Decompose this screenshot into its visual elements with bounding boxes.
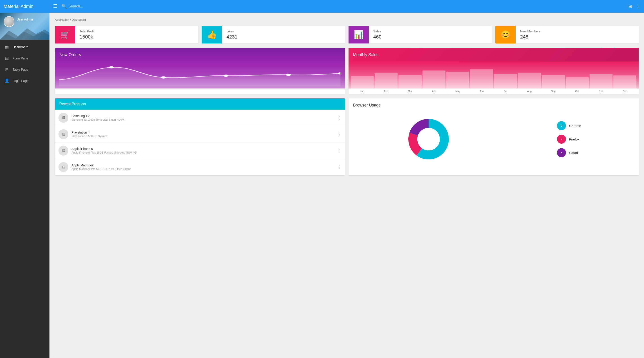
product-name: Apple MacBook	[72, 163, 337, 167]
browser-legend-icon: ∧	[557, 148, 566, 157]
product-icon: 🖥	[58, 162, 68, 172]
sidebar-item-dashboard[interactable]: ▦ DashBoard	[0, 41, 50, 53]
table-icon: ⊞	[4, 67, 9, 72]
stat-cards-grid: 🛒 Total Profit 1500k 👍 Likes 4231 📊 Sale…	[55, 26, 638, 44]
browser-name: Firefox	[569, 137, 580, 141]
product-desc: Samsung 32 1080p 60Hz LED Smart HDTV.	[72, 118, 337, 121]
svg-point-4	[224, 75, 228, 77]
monthly-bar-label: May	[446, 90, 469, 93]
browser-legend: ∨ Chrome › Firefox ∧ Safari	[557, 121, 581, 157]
product-more-icon[interactable]: ⋮	[337, 148, 341, 153]
form-icon: ▤	[4, 56, 9, 61]
menu-icon[interactable]: ☰	[53, 3, 58, 9]
product-name: Samsung TV	[72, 114, 337, 118]
sales-value: 460	[373, 34, 382, 40]
monthly-bar	[566, 77, 589, 88]
line-chart-svg	[59, 59, 340, 86]
product-info: Samsung TV Samsung 32 1080p 60Hz LED Sma…	[72, 114, 337, 121]
app-title: Material Admin	[4, 4, 53, 9]
browser-name: Chrome	[569, 124, 581, 128]
members-label: New Members	[520, 30, 540, 33]
likes-icon: 👍	[202, 26, 222, 44]
recent-products-header: Recent Products	[55, 98, 345, 110]
topbar: Material Admin ☰ 🔍 ⊞ ⋮	[0, 0, 644, 13]
monthly-bar-label: Jun	[470, 90, 493, 93]
profit-body: Total Profit 1500k	[75, 26, 99, 44]
monthly-bar-label: Sep	[542, 90, 564, 93]
svg-point-10	[417, 128, 440, 150]
list-item[interactable]: 🖥 Apple iPhone 6 Apple iPhone 6 Plus 16G…	[55, 142, 345, 159]
legend-item: ∧ Safari	[557, 148, 581, 157]
list-item[interactable]: 🖥 Playstation 4 PlayStation 3 500 GB Sys…	[55, 126, 345, 142]
monthly-sales-header: Monthly Sales	[348, 48, 638, 62]
members-body: New Members 248	[516, 26, 545, 44]
members-icon: 😊	[495, 26, 516, 44]
search-input[interactable]	[68, 4, 628, 8]
monthly-bar	[470, 69, 493, 88]
product-info: Playstation 4 PlayStation 3 500 GB Syste…	[72, 131, 337, 138]
product-icon: 🖥	[58, 129, 68, 139]
monthly-bar-wrap	[542, 75, 564, 88]
monthly-bar-wrap	[351, 76, 374, 88]
monthly-sales-card: Monthly Sales JanFebMarAprMayJunJulAugSe…	[348, 48, 638, 94]
profit-label: Total Profit	[80, 30, 94, 33]
list-item[interactable]: 🖥 Apple MacBook Apple MacBook Pro MD101L…	[55, 159, 345, 175]
products-list: 🖥 Samsung TV Samsung 32 1080p 60Hz LED S…	[55, 110, 345, 175]
browser-name: Safari	[569, 151, 578, 155]
product-more-icon[interactable]: ⋮	[337, 115, 341, 120]
monthly-bar-wrap	[494, 74, 517, 88]
main-layout: User Admin ▦ DashBoard ▤ Form Page ⊞ Tab…	[0, 13, 644, 358]
monthly-bar	[351, 76, 374, 88]
monthly-bar-wrap	[374, 73, 398, 88]
product-more-icon[interactable]: ⋮	[337, 132, 341, 137]
product-more-icon[interactable]: ⋮	[337, 164, 341, 169]
product-desc: PlayStation 3 500 GB System	[72, 135, 337, 138]
monthly-bar-wrap	[446, 72, 469, 88]
browser-usage-title: Browser Usage	[353, 103, 634, 108]
browser-legend-icon: ∨	[557, 121, 566, 130]
grid-icon[interactable]: ⊞	[628, 4, 632, 9]
monthly-bar	[422, 71, 446, 88]
svg-point-2	[109, 66, 114, 68]
monthly-bar	[374, 73, 398, 88]
monthly-bar-label: Aug	[518, 90, 541, 93]
sidebar-item-login[interactable]: 👤 Login Page	[0, 75, 50, 86]
list-item[interactable]: 🖥 Samsung TV Samsung 32 1080p 60Hz LED S…	[55, 110, 345, 126]
sidebar-item-form[interactable]: ▤ Form Page	[0, 53, 50, 64]
avatar-image	[4, 17, 14, 27]
sidebar-user-area: User Admin	[0, 13, 50, 40]
monthly-bar-label: Jul	[494, 90, 517, 93]
svg-point-6	[338, 73, 340, 74]
sidebar-nav: ▦ DashBoard ▤ Form Page ⊞ Table Page 👤 L…	[0, 40, 50, 358]
product-icon: 🖥	[58, 146, 68, 155]
legend-item: › Firefox	[557, 135, 581, 144]
sidebar-item-table[interactable]: ⊞ Table Page	[0, 64, 50, 75]
dashboard-icon: ▦	[4, 45, 9, 50]
monthly-bar-wrap	[398, 75, 422, 88]
likes-label: Likes	[226, 30, 238, 33]
members-value: 248	[520, 34, 540, 40]
main-content: Application / Dashboard 🛒 Total Profit 1…	[50, 13, 644, 358]
stat-card-sales: 📊 Sales 460	[348, 26, 492, 44]
monthly-bar-label: Feb	[374, 90, 398, 93]
monthly-bar-labels: JanFebMarAprMayJunJulAugSepOctNovDec	[348, 88, 638, 94]
browser-legend-icon: ›	[557, 135, 566, 144]
product-desc: Apple iPhone 6 Plus 16GB Factory Unlocke…	[72, 151, 337, 154]
stat-card-likes: 👍 Likes 4231	[202, 26, 345, 44]
search-icon: 🔍	[61, 4, 67, 9]
monthly-bar-wrap	[422, 71, 446, 88]
new-orders-title: New Orders	[59, 53, 340, 57]
monthly-bar-wrap	[566, 77, 589, 88]
sales-body: Sales 460	[369, 26, 386, 44]
monthly-bar-wrap	[470, 69, 493, 88]
donut-svg	[406, 117, 451, 162]
browser-usage-header: Browser Usage	[348, 98, 638, 112]
login-icon: 👤	[4, 78, 9, 83]
sidebar: User Admin ▦ DashBoard ▤ Form Page ⊞ Tab…	[0, 13, 50, 358]
monthly-bar	[614, 75, 636, 88]
sidebar-username: User Admin	[17, 18, 33, 21]
more-icon[interactable]: ⋮	[636, 4, 640, 9]
legend-item: ∨ Chrome	[557, 121, 581, 130]
likes-value: 4231	[226, 34, 238, 40]
bottom-row: Recent Products 🖥 Samsung TV Samsung 32 …	[55, 98, 638, 175]
